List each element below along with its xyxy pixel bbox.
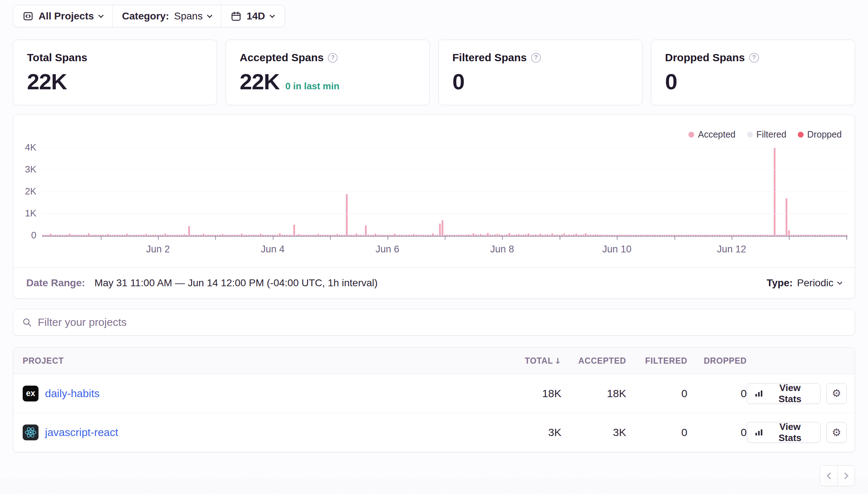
- dropped-cell: 0: [687, 387, 747, 400]
- gridline: [42, 214, 847, 214]
- column-header-project: Project: [13, 356, 507, 366]
- period-dropdown[interactable]: 14D: [221, 5, 283, 27]
- chart-legend: Accepted Filtered Dropped: [688, 129, 842, 140]
- stat-cards: Total Spans 22K Accepted Spans ? 22K 0 i…: [13, 40, 855, 105]
- period-value: 14D: [247, 10, 265, 22]
- view-stats-button[interactable]: View Stats: [747, 422, 820, 443]
- legend-item-dropped[interactable]: Dropped: [798, 129, 842, 140]
- table-row: ex daily-habits 18K 18K 0 0 View Stats ⚙: [13, 374, 855, 413]
- stat-card-value: 0: [452, 69, 464, 94]
- chart-plot-area: 01K2K3K4KJun 2Jun 4Jun 6Jun 8Jun 10Jun 1…: [42, 148, 847, 236]
- x-axis-tick: [732, 237, 732, 240]
- project-settings-button[interactable]: ⚙: [826, 383, 847, 404]
- project-search-panel: [13, 309, 855, 336]
- chart-bar: [774, 148, 776, 236]
- bar-chart-icon: [754, 428, 764, 437]
- legend-dot-dropped: [798, 132, 804, 138]
- chart-bar: [439, 224, 441, 236]
- category-dropdown[interactable]: Category: Spans: [113, 5, 221, 27]
- table-header: Project Total↓ Accepted Filtered Dropped: [13, 348, 855, 374]
- legend-item-filtered[interactable]: Filtered: [747, 129, 786, 140]
- stat-card-note: 0 in last min: [285, 81, 339, 92]
- stat-card-value: 22K: [27, 69, 67, 94]
- x-axis-label: Jun 2: [146, 244, 170, 255]
- search-input[interactable]: [38, 316, 846, 328]
- chart-bar: [432, 233, 434, 236]
- chart-bar: [442, 220, 443, 236]
- total-cell: 18K: [507, 387, 561, 400]
- y-axis-label: 2K: [15, 186, 36, 197]
- legend-label: Filtered: [756, 129, 786, 140]
- column-header-filtered[interactable]: Filtered: [626, 356, 687, 366]
- gridline: [42, 192, 847, 192]
- chart-bar: [293, 225, 295, 236]
- stat-card-total-spans: Total Spans 22K: [13, 40, 217, 105]
- filter-bar: All Projects Category: Spans 14D: [13, 5, 285, 27]
- stat-card-value: 22K: [240, 69, 280, 94]
- y-axis-label: 3K: [15, 164, 36, 175]
- project-settings-button[interactable]: ⚙: [826, 422, 847, 443]
- react-platform-icon: [23, 425, 39, 440]
- calendar-icon: [231, 11, 241, 22]
- gridline: [42, 148, 847, 148]
- x-axis-tick: [617, 237, 618, 240]
- legend-dot-filtered: [747, 132, 753, 138]
- usage-chart-panel: Accepted Filtered Dropped 01K2K3K4KJun 2…: [13, 114, 855, 299]
- chart-bar: [551, 233, 553, 236]
- chevron-down-icon: [837, 279, 843, 285]
- background-texture: [0, 478, 868, 494]
- chart-bar: [346, 194, 348, 236]
- legend-item-accepted[interactable]: Accepted: [688, 129, 735, 140]
- chevron-down-icon: [207, 12, 213, 18]
- view-stats-button[interactable]: View Stats: [747, 383, 820, 404]
- stat-card-title: Dropped Spans: [665, 51, 745, 64]
- chart-bar: [365, 225, 367, 236]
- date-range-label: Date Range:: [26, 277, 85, 289]
- date-range-row: Date Range: May 31 11:00 AM — Jun 14 12:…: [13, 268, 855, 298]
- stat-card-title: Accepted Spans: [240, 51, 324, 64]
- gear-icon: ⚙: [832, 427, 841, 438]
- x-axis-tick: [330, 237, 331, 240]
- type-dropdown[interactable]: Type: Periodic: [767, 277, 842, 289]
- chart-bar: [164, 233, 166, 236]
- chart-bar: [585, 233, 587, 236]
- project-filter-label: All Projects: [39, 10, 94, 22]
- help-icon[interactable]: ?: [328, 53, 338, 63]
- chart-bar: [788, 230, 790, 236]
- x-axis-tick: [273, 237, 273, 240]
- x-axis-tick: [215, 237, 216, 240]
- help-icon[interactable]: ?: [531, 53, 541, 63]
- filtered-cell: 0: [626, 426, 687, 439]
- x-axis-tick: [674, 237, 675, 240]
- x-axis-tick: [789, 237, 790, 240]
- x-axis-label: Jun 4: [261, 244, 285, 255]
- y-axis-label: 4K: [15, 142, 36, 153]
- project-link[interactable]: javascript-react: [45, 426, 118, 439]
- category-value: Spans: [174, 10, 203, 22]
- x-axis-tick: [388, 237, 388, 240]
- column-header-accepted[interactable]: Accepted: [561, 356, 626, 366]
- chart-bars: [42, 148, 847, 236]
- dropped-cell: 0: [687, 426, 747, 439]
- x-axis-label: Jun 12: [717, 244, 746, 255]
- projects-icon: [23, 11, 33, 22]
- stat-card-title: Filtered Spans: [452, 51, 527, 64]
- x-axis-tick: [445, 237, 446, 240]
- chart-bar: [88, 233, 90, 236]
- stat-card-accepted-spans: Accepted Spans ? 22K 0 in last min: [226, 40, 430, 105]
- accepted-cell: 3K: [561, 426, 626, 439]
- type-value: Periodic: [797, 277, 833, 289]
- help-icon[interactable]: ?: [749, 53, 759, 63]
- project-link[interactable]: daily-habits: [45, 387, 100, 400]
- legend-label: Accepted: [698, 129, 735, 140]
- stat-card-title: Total Spans: [27, 51, 87, 64]
- x-axis-tick: [101, 237, 101, 240]
- x-axis-label: Jun 10: [602, 244, 632, 255]
- column-header-dropped[interactable]: Dropped: [687, 356, 747, 366]
- column-header-total[interactable]: Total↓: [507, 356, 561, 366]
- category-label: Category:: [122, 10, 169, 22]
- project-filter-dropdown[interactable]: All Projects: [13, 5, 112, 27]
- table-row: javascript-react 3K 3K 0 0 View Stats ⚙: [13, 413, 855, 452]
- chart-bar: [564, 233, 565, 236]
- y-axis-label: 1K: [15, 208, 36, 219]
